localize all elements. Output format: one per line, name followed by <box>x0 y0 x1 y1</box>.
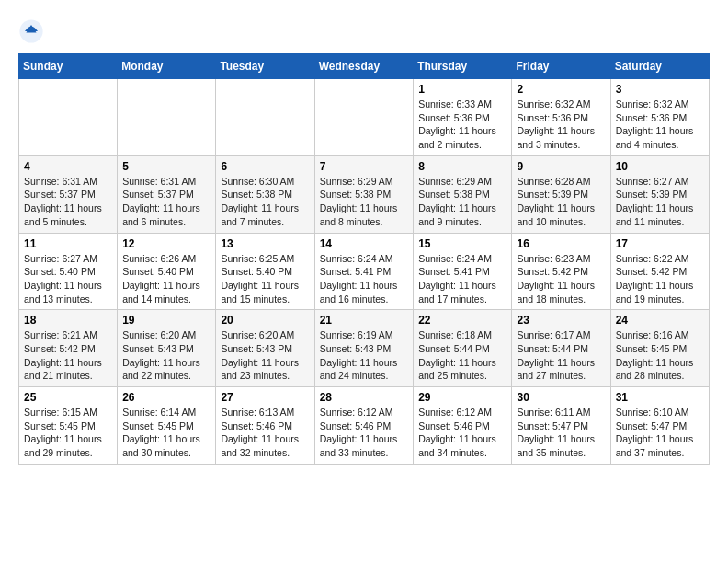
calendar-cell: 19Sunrise: 6:20 AM Sunset: 5:43 PM Dayli… <box>118 310 216 387</box>
day-number: 19 <box>122 314 210 327</box>
calendar-cell: 1Sunrise: 6:33 AM Sunset: 5:36 PM Daylig… <box>414 79 512 156</box>
calendar-cell: 2Sunrise: 6:32 AM Sunset: 5:36 PM Daylig… <box>512 79 610 156</box>
day-info: Sunrise: 6:27 AM Sunset: 5:39 PM Dayligh… <box>616 175 704 229</box>
calendar-cell: 26Sunrise: 6:14 AM Sunset: 5:45 PM Dayli… <box>118 387 216 465</box>
calendar-cell <box>118 79 216 156</box>
calendar-header-friday: Friday <box>512 54 610 79</box>
day-info: Sunrise: 6:31 AM Sunset: 5:37 PM Dayligh… <box>122 175 210 229</box>
calendar-week-row: 1Sunrise: 6:33 AM Sunset: 5:36 PM Daylig… <box>19 79 710 156</box>
day-number: 24 <box>616 314 704 327</box>
day-number: 6 <box>221 160 309 173</box>
day-info: Sunrise: 6:24 AM Sunset: 5:41 PM Dayligh… <box>418 252 506 306</box>
calendar-header-row: SundayMondayTuesdayWednesdayThursdayFrid… <box>19 54 710 79</box>
calendar-cell: 23Sunrise: 6:17 AM Sunset: 5:44 PM Dayli… <box>512 310 610 387</box>
calendar-header-sunday: Sunday <box>19 54 118 79</box>
calendar-cell: 8Sunrise: 6:29 AM Sunset: 5:38 PM Daylig… <box>414 155 512 233</box>
day-info: Sunrise: 6:11 AM Sunset: 5:47 PM Dayligh… <box>517 406 605 460</box>
calendar-cell: 15Sunrise: 6:24 AM Sunset: 5:41 PM Dayli… <box>414 233 512 310</box>
calendar-cell: 6Sunrise: 6:30 AM Sunset: 5:38 PM Daylig… <box>216 155 314 233</box>
calendar-cell: 29Sunrise: 6:12 AM Sunset: 5:46 PM Dayli… <box>414 387 512 465</box>
calendar-cell: 21Sunrise: 6:19 AM Sunset: 5:43 PM Dayli… <box>314 310 414 387</box>
day-info: Sunrise: 6:18 AM Sunset: 5:44 PM Dayligh… <box>418 328 506 383</box>
calendar-cell: 11Sunrise: 6:27 AM Sunset: 5:40 PM Dayli… <box>19 233 118 310</box>
day-number: 20 <box>221 314 309 327</box>
day-info: Sunrise: 6:33 AM Sunset: 5:36 PM Dayligh… <box>418 98 506 152</box>
day-info: Sunrise: 6:25 AM Sunset: 5:40 PM Dayligh… <box>221 252 309 306</box>
day-number: 30 <box>517 391 605 404</box>
day-number: 14 <box>320 237 409 250</box>
day-info: Sunrise: 6:26 AM Sunset: 5:40 PM Dayligh… <box>122 252 210 306</box>
calendar-cell: 28Sunrise: 6:12 AM Sunset: 5:46 PM Dayli… <box>314 387 414 465</box>
calendar-week-row: 4Sunrise: 6:31 AM Sunset: 5:37 PM Daylig… <box>19 155 710 233</box>
day-number: 31 <box>616 391 704 404</box>
day-number: 11 <box>24 237 112 250</box>
day-number: 26 <box>122 391 210 404</box>
day-info: Sunrise: 6:32 AM Sunset: 5:36 PM Dayligh… <box>616 98 704 152</box>
day-number: 17 <box>616 237 704 250</box>
day-number: 5 <box>122 160 210 173</box>
logo <box>18 18 48 44</box>
calendar-cell: 12Sunrise: 6:26 AM Sunset: 5:40 PM Dayli… <box>118 233 216 310</box>
calendar-cell: 31Sunrise: 6:10 AM Sunset: 5:47 PM Dayli… <box>610 387 709 465</box>
day-number: 22 <box>418 314 506 327</box>
day-info: Sunrise: 6:15 AM Sunset: 5:45 PM Dayligh… <box>24 406 112 460</box>
day-number: 9 <box>517 160 605 173</box>
calendar-table: SundayMondayTuesdayWednesdayThursdayFrid… <box>18 53 710 465</box>
day-number: 28 <box>320 391 409 404</box>
day-info: Sunrise: 6:31 AM Sunset: 5:37 PM Dayligh… <box>24 175 112 229</box>
calendar-cell: 24Sunrise: 6:16 AM Sunset: 5:45 PM Dayli… <box>610 310 709 387</box>
calendar-cell: 13Sunrise: 6:25 AM Sunset: 5:40 PM Dayli… <box>216 233 314 310</box>
calendar-cell: 22Sunrise: 6:18 AM Sunset: 5:44 PM Dayli… <box>414 310 512 387</box>
calendar-cell: 5Sunrise: 6:31 AM Sunset: 5:37 PM Daylig… <box>118 155 216 233</box>
day-number: 4 <box>24 160 112 173</box>
day-number: 1 <box>418 83 506 96</box>
day-number: 2 <box>517 83 605 96</box>
calendar-header-monday: Monday <box>118 54 216 79</box>
calendar-cell: 7Sunrise: 6:29 AM Sunset: 5:38 PM Daylig… <box>314 155 414 233</box>
day-info: Sunrise: 6:22 AM Sunset: 5:42 PM Dayligh… <box>616 252 704 306</box>
day-info: Sunrise: 6:19 AM Sunset: 5:43 PM Dayligh… <box>320 328 409 383</box>
day-info: Sunrise: 6:21 AM Sunset: 5:42 PM Dayligh… <box>24 328 112 383</box>
calendar-week-row: 11Sunrise: 6:27 AM Sunset: 5:40 PM Dayli… <box>19 233 710 310</box>
day-info: Sunrise: 6:29 AM Sunset: 5:38 PM Dayligh… <box>418 175 506 229</box>
calendar-header-thursday: Thursday <box>414 54 512 79</box>
page-header <box>18 18 710 44</box>
day-number: 21 <box>320 314 409 327</box>
day-number: 23 <box>517 314 605 327</box>
logo-icon <box>18 18 44 44</box>
calendar-cell: 16Sunrise: 6:23 AM Sunset: 5:42 PM Dayli… <box>512 233 610 310</box>
day-number: 3 <box>616 83 704 96</box>
day-number: 25 <box>24 391 112 404</box>
calendar-cell <box>216 79 314 156</box>
day-info: Sunrise: 6:24 AM Sunset: 5:41 PM Dayligh… <box>320 252 409 306</box>
calendar-cell: 20Sunrise: 6:20 AM Sunset: 5:43 PM Dayli… <box>216 310 314 387</box>
day-info: Sunrise: 6:17 AM Sunset: 5:44 PM Dayligh… <box>517 328 605 383</box>
day-info: Sunrise: 6:16 AM Sunset: 5:45 PM Dayligh… <box>616 328 704 383</box>
day-info: Sunrise: 6:13 AM Sunset: 5:46 PM Dayligh… <box>221 406 309 460</box>
day-info: Sunrise: 6:12 AM Sunset: 5:46 PM Dayligh… <box>418 406 506 460</box>
calendar-cell <box>314 79 414 156</box>
day-info: Sunrise: 6:14 AM Sunset: 5:45 PM Dayligh… <box>122 406 210 460</box>
calendar-week-row: 25Sunrise: 6:15 AM Sunset: 5:45 PM Dayli… <box>19 387 710 465</box>
day-number: 7 <box>320 160 409 173</box>
calendar-header-wednesday: Wednesday <box>314 54 414 79</box>
day-number: 12 <box>122 237 210 250</box>
calendar-cell: 3Sunrise: 6:32 AM Sunset: 5:36 PM Daylig… <box>610 79 709 156</box>
calendar-cell: 10Sunrise: 6:27 AM Sunset: 5:39 PM Dayli… <box>610 155 709 233</box>
day-info: Sunrise: 6:32 AM Sunset: 5:36 PM Dayligh… <box>517 98 605 152</box>
day-number: 10 <box>616 160 704 173</box>
day-info: Sunrise: 6:23 AM Sunset: 5:42 PM Dayligh… <box>517 252 605 306</box>
calendar-cell: 27Sunrise: 6:13 AM Sunset: 5:46 PM Dayli… <box>216 387 314 465</box>
calendar-header-tuesday: Tuesday <box>216 54 314 79</box>
day-number: 16 <box>517 237 605 250</box>
day-number: 15 <box>418 237 506 250</box>
day-info: Sunrise: 6:20 AM Sunset: 5:43 PM Dayligh… <box>221 328 309 383</box>
day-info: Sunrise: 6:29 AM Sunset: 5:38 PM Dayligh… <box>320 175 409 229</box>
day-info: Sunrise: 6:27 AM Sunset: 5:40 PM Dayligh… <box>24 252 112 306</box>
day-info: Sunrise: 6:28 AM Sunset: 5:39 PM Dayligh… <box>517 175 605 229</box>
calendar-week-row: 18Sunrise: 6:21 AM Sunset: 5:42 PM Dayli… <box>19 310 710 387</box>
calendar-cell: 17Sunrise: 6:22 AM Sunset: 5:42 PM Dayli… <box>610 233 709 310</box>
day-info: Sunrise: 6:30 AM Sunset: 5:38 PM Dayligh… <box>221 175 309 229</box>
calendar-cell: 25Sunrise: 6:15 AM Sunset: 5:45 PM Dayli… <box>19 387 118 465</box>
day-number: 27 <box>221 391 309 404</box>
